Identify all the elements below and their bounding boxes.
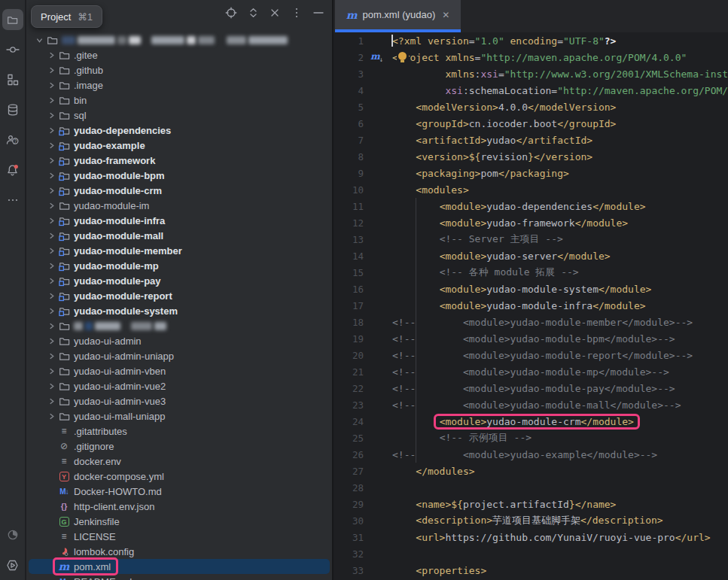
line-number[interactable]: 7 xyxy=(334,135,364,146)
chevron-right-icon[interactable] xyxy=(45,112,57,119)
chevron-right-icon[interactable] xyxy=(45,293,57,299)
chevron-right-icon[interactable] xyxy=(45,142,57,149)
chevron-right-icon[interactable] xyxy=(45,308,57,314)
code-line-1[interactable]: 1<?xml version="1.0" encoding="UTF-8"?> xyxy=(334,32,728,49)
tree-row-Docker-HOWTO.md[interactable]: M↓Docker-HOWTO.md xyxy=(29,484,330,499)
tree-row-yudao-module-im[interactable]: yudao-module-im xyxy=(29,198,330,213)
tree-row-yudao-dependencies[interactable]: yudao-dependencies xyxy=(29,123,330,138)
code-line-20[interactable]: 20<!-- <module>yudao-module-report</modu… xyxy=(334,347,728,363)
chevron-right-icon[interactable] xyxy=(45,323,57,329)
code-line-7[interactable]: 7 <artifactId>yudao</artifactId> xyxy=(334,132,728,148)
tree-row-yudao-module-mall[interactable]: yudao-module-mall xyxy=(29,228,330,243)
code-line-25[interactable]: 25 <!-- 示例项目 --> xyxy=(334,430,728,446)
code-line-16[interactable]: 16 <module>yudao-module-system</module> xyxy=(334,281,728,297)
code-text[interactable]: <!-- 示例项目 --> xyxy=(392,431,532,445)
database-tool-icon[interactable] xyxy=(2,99,23,120)
tree-row-yudao-module-mp[interactable]: yudao-module-mp xyxy=(29,258,330,273)
line-number[interactable]: 14 xyxy=(334,251,364,262)
code-text[interactable]: <modelVersion>4.0.0</modelVersion> xyxy=(392,102,616,113)
code-line-8[interactable]: 8 <version>${revision}</version> xyxy=(334,148,728,165)
code-line-6[interactable]: 6 <groupId>cn.iocoder.boot</groupId> xyxy=(334,115,728,132)
services-tool-icon[interactable] xyxy=(2,554,23,575)
line-number[interactable]: 19 xyxy=(334,333,364,345)
line-number[interactable]: 27 xyxy=(334,466,364,477)
code-line-11[interactable]: 11 <module>yudao-dependencies</module> xyxy=(334,198,728,214)
line-number[interactable]: 1 xyxy=(334,35,364,47)
chevron-right-icon[interactable] xyxy=(45,278,57,284)
line-number[interactable]: 16 xyxy=(334,284,364,295)
code-text[interactable]: <!-- <module>yudao-module-mp</module>--> xyxy=(392,366,669,378)
tree-row-.gitignore[interactable]: ⊘.gitignore xyxy=(29,439,330,454)
tree-row-docker.env[interactable]: ≡docker.env xyxy=(29,454,330,469)
code-text[interactable]: <groupId>cn.iocoder.boot</groupId> xyxy=(392,118,616,129)
tree-row-lombok.config[interactable]: lombok.config xyxy=(29,544,330,559)
chevron-right-icon[interactable] xyxy=(45,172,57,179)
tree-row-.image[interactable]: .image xyxy=(29,77,330,93)
expand-collapse-icon[interactable] xyxy=(247,7,259,19)
chevron-down-icon[interactable] xyxy=(33,37,45,44)
tree-row-LICENSE[interactable]: ≡LICENSE xyxy=(29,529,330,544)
code-line-13[interactable]: 13 <!-- Server 主项目 --> xyxy=(334,231,728,247)
code-text[interactable]: xsi:schemaLocation="http://maven.apache.… xyxy=(392,85,728,96)
line-number[interactable]: 28 xyxy=(334,482,364,493)
line-number[interactable]: 21 xyxy=(334,366,364,378)
tree-row-yudao-ui-admin-vue2[interactable]: yudao-ui-admin-vue2 xyxy=(29,378,330,393)
code-text[interactable]: <module>yudao-module-crm</module> xyxy=(392,416,634,427)
code-line-3[interactable]: 3 xmlns:xsi="http://www.w3.org/2001/XMLS… xyxy=(334,65,728,82)
code-text[interactable]: <!-- <module>yudao-module-pay</module>--… xyxy=(392,383,675,394)
code-line-24[interactable]: 24 <module>yudao-module-crm</module> xyxy=(334,413,728,430)
tree-row-pom.xml[interactable]: mpom.xml xyxy=(29,559,330,574)
code-text[interactable]: <module>yudao-dependencies</module> xyxy=(392,201,646,212)
tree-row-yudao-ui-admin-vben[interactable]: yudao-ui-admin-vben xyxy=(29,363,330,378)
line-number[interactable]: 9 xyxy=(334,168,364,179)
chevron-right-icon[interactable] xyxy=(45,82,57,89)
tree-row-yudao-module-system[interactable]: yudao-module-system xyxy=(29,303,330,318)
collapse-all-icon[interactable] xyxy=(269,7,281,19)
code-line-12[interactable]: 12 <module>yudao-framework</module> xyxy=(334,214,728,231)
code-text[interactable]: <artifactId>yudao</artifactId> xyxy=(392,135,592,146)
chevron-right-icon[interactable] xyxy=(45,67,57,74)
select-opened-file-icon[interactable] xyxy=(225,7,237,19)
code-line-33[interactable]: 33 <properties> xyxy=(334,562,728,578)
chevron-right-icon[interactable] xyxy=(45,217,57,224)
chevron-right-icon[interactable] xyxy=(45,52,57,59)
intention-lightbulb-icon[interactable] xyxy=(397,52,409,63)
profiler-tool-icon[interactable] xyxy=(2,524,23,545)
tree-row-http-client.env.json[interactable]: {}http-client.env.json xyxy=(29,499,330,514)
tree-row-yudao-framework[interactable]: yudao-framework xyxy=(29,153,330,168)
line-number[interactable]: 26 xyxy=(334,449,364,460)
code-line-30[interactable]: 30 <description>芋道项目基础脚手架</description> xyxy=(334,512,728,529)
code-text[interactable]: <module>yudao-module-infra</module> xyxy=(392,300,646,311)
tree-row-Jenkinsfile[interactable]: GJenkinsfile xyxy=(29,514,330,529)
code-line-28[interactable]: 28 xyxy=(334,479,728,496)
code-line-26[interactable]: 26<!-- <module>yudao-example</module>--> xyxy=(334,446,728,463)
chevron-right-icon[interactable] xyxy=(45,353,57,360)
line-number[interactable]: 12 xyxy=(334,217,364,229)
code-line-9[interactable]: 9 <packaging>pom</packaging> xyxy=(334,165,728,181)
code-text[interactable]: <properties> xyxy=(392,565,486,576)
chevron-right-icon[interactable] xyxy=(45,247,57,254)
line-number[interactable]: 11 xyxy=(334,201,364,212)
code-line-14[interactable]: 14 <module>yudao-server</module> xyxy=(334,247,728,264)
code-text[interactable]: <name>${project.artifactId}</name> xyxy=(392,499,616,510)
line-number[interactable]: 24 xyxy=(334,416,364,427)
code-line-32[interactable]: 32 xyxy=(334,545,728,562)
tree-row-README.md[interactable]: M↓README.md xyxy=(29,574,330,580)
line-number[interactable]: 22 xyxy=(334,383,364,394)
commit-tool-icon[interactable] xyxy=(2,39,23,60)
tree-row-yudao-example[interactable]: yudao-example xyxy=(29,138,330,153)
code-text[interactable]: <url>https://github.com/YunaiV/ruoyi-vue… xyxy=(392,532,711,543)
chevron-right-icon[interactable] xyxy=(45,413,57,420)
chevron-right-icon[interactable] xyxy=(45,383,57,390)
code-text[interactable]: <!-- <module>yudao-module-report</module… xyxy=(392,350,693,361)
code-text[interactable]: <!-- <module>yudao-example</module>--> xyxy=(392,449,657,460)
code-line-31[interactable]: 31 <url>https://github.com/YunaiV/ruoyi-… xyxy=(334,529,728,545)
code-line-4[interactable]: 4 xsi:schemaLocation="http://maven.apach… xyxy=(334,82,728,99)
line-number[interactable]: 6 xyxy=(334,118,364,129)
code-line-5[interactable]: 5 <modelVersion>4.0.0</modelVersion> xyxy=(334,99,728,115)
code-line-2[interactable]: 2m↓<project xmlns="http://maven.apache.o… xyxy=(334,49,728,65)
tree-row-yudao-ui-admin-uniapp[interactable]: yudao-ui-admin-uniapp xyxy=(29,348,330,363)
line-number[interactable]: 32 xyxy=(334,548,364,560)
line-number[interactable]: 30 xyxy=(334,515,364,527)
code-text[interactable]: <description>芋道项目基础脚手架</description> xyxy=(392,514,663,527)
